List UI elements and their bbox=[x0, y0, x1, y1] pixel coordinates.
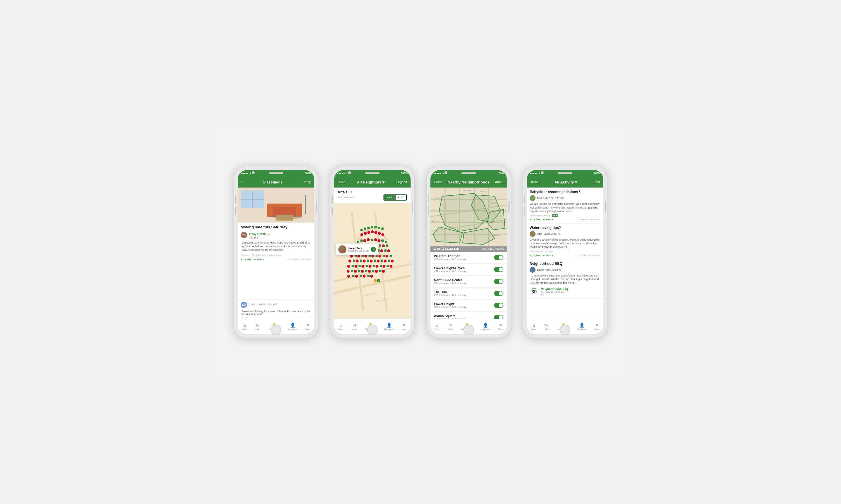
svg-rect-117 bbox=[367, 275, 370, 277]
svg-text:Post St: Post St bbox=[491, 202, 497, 204]
about-button-3[interactable]: About bbox=[495, 180, 503, 184]
tab-neighbors-4[interactable]: 👤 Neighbors bbox=[577, 323, 586, 330]
phone-home-button-3[interactable] bbox=[463, 325, 474, 335]
toggle-1[interactable] bbox=[494, 267, 503, 272]
phone-speaker-1 bbox=[269, 173, 283, 174]
svg-point-119 bbox=[374, 279, 377, 282]
tab-inbox-2[interactable]: ✉ Inbox bbox=[352, 323, 357, 330]
tab-neighbors-2[interactable]: 👤 Neighbors bbox=[384, 323, 394, 330]
phone-power-2 bbox=[412, 201, 413, 213]
header-title-4[interactable]: All Activity ▾ bbox=[554, 180, 577, 184]
event-attendees-2: ♦ 1 bbox=[541, 293, 568, 296]
home-icon-1: ⌂ bbox=[243, 323, 245, 327]
svg-point-92 bbox=[361, 265, 364, 268]
post-actions-0: ✦ THANK ↩ REPLY 1 THANK 3 REPLIES bbox=[530, 218, 600, 221]
reply-btn-1[interactable]: ↩ REPLY bbox=[543, 254, 553, 257]
tab-home-1[interactable]: ⌂ Home bbox=[242, 323, 247, 330]
phone-home-button-2[interactable] bbox=[367, 325, 378, 335]
reply-btn-0[interactable]: ↩ REPLY bbox=[543, 218, 553, 221]
signal-4: ●●●●● ✦ bbox=[530, 172, 541, 175]
map-btn-map-2[interactable]: MAP bbox=[384, 195, 395, 200]
tab-more-2[interactable]: ≡ More bbox=[402, 323, 407, 330]
phone-home-button-1[interactable] bbox=[271, 325, 281, 335]
toggle-5[interactable] bbox=[494, 315, 503, 319]
toggle-2[interactable] bbox=[494, 279, 503, 284]
invite-button-4[interactable]: Invite bbox=[530, 180, 538, 184]
tab-more-3[interactable]: ≡ More bbox=[498, 323, 503, 330]
svg-text:Pine St: Pine St bbox=[435, 197, 441, 199]
svg-point-101 bbox=[347, 270, 349, 273]
tab-home-4[interactable]: ⌂ Home bbox=[531, 323, 536, 330]
tab-neighbors-label-4: Neighbors bbox=[577, 328, 586, 330]
toggle-4[interactable] bbox=[494, 303, 503, 308]
user-name-1: Tracy Brook bbox=[249, 232, 266, 236]
tab-more-1[interactable]: ≡ More bbox=[306, 323, 310, 330]
popup-arrow-2[interactable]: › bbox=[371, 247, 376, 252]
svg-point-79 bbox=[363, 259, 366, 263]
map-btn-list-2[interactable]: LIST bbox=[395, 195, 407, 200]
post-body-2: It's been a while since our last neighbo… bbox=[530, 274, 600, 285]
phone-home-button-4[interactable] bbox=[560, 325, 570, 335]
neighborhood-item-4: Lower Haight 588 members · 0.3 mi away bbox=[430, 300, 507, 311]
back-button-1[interactable]: ‹ bbox=[241, 179, 243, 185]
invite-button-2[interactable]: Invite bbox=[338, 180, 345, 184]
phone-vol-up-4 bbox=[524, 195, 525, 203]
thank-btn-1[interactable]: ✦ THANK bbox=[241, 258, 252, 261]
svg-rect-91 bbox=[359, 265, 361, 267]
neighborhood-name-0: Western Addition bbox=[434, 254, 466, 258]
neighbors-icon-1: 👤 bbox=[290, 323, 295, 327]
neighborhood-item-3: The Hub 126 members · 0.3 mi away bbox=[430, 288, 507, 300]
tab-neighbors-3[interactable]: 👤 Neighbors bbox=[481, 323, 490, 330]
tab-inbox-4[interactable]: ✉ Inbox bbox=[545, 323, 550, 330]
new-badge-0: NEW bbox=[552, 214, 558, 217]
phone-screen-1: ●●●●● ✦ 9:41 AM 100% ‹ Classifieds Reply bbox=[238, 170, 314, 334]
tab-home-2[interactable]: ⌂ Home bbox=[338, 323, 344, 330]
comment-text-1: I have been looking for a new coffee tab… bbox=[241, 310, 311, 316]
comment-user-row-1: CC Cody Crawford, Alta Hill bbox=[241, 302, 311, 308]
post-button-4[interactable]: Post bbox=[594, 180, 600, 184]
phone-power-3 bbox=[509, 201, 510, 213]
post-actions-1: ✦ THANK ↩ REPLY 7 THANKS 8 REPLIES bbox=[530, 254, 600, 257]
room-illustration bbox=[238, 187, 314, 222]
legend-button-2[interactable]: Legend bbox=[396, 180, 407, 184]
phone-nearby: ●●●●● ✦ 9:41 AM 100% Close Nearby Neighb… bbox=[426, 166, 511, 338]
tab-more-label-2: More bbox=[402, 328, 407, 330]
header-title-2[interactable]: All Neighbors ▾ bbox=[357, 180, 384, 184]
tab-more-4[interactable]: ≡ More bbox=[595, 323, 599, 330]
svg-rect-74 bbox=[390, 255, 392, 257]
reply-action-btn-1[interactable]: ↩ REPLY bbox=[254, 258, 264, 261]
svg-point-10 bbox=[302, 192, 309, 195]
thank-btn-0[interactable]: ✦ THANK bbox=[530, 218, 540, 221]
popup-addr-2: 38035 Forest Dr NE bbox=[348, 250, 369, 252]
toggle-3[interactable] bbox=[494, 291, 503, 296]
neighborhood-list-3: Western Addition 235 members · 0.2 mi aw… bbox=[430, 252, 507, 319]
svg-point-11 bbox=[273, 214, 302, 220]
close-button-3[interactable]: Close bbox=[434, 180, 442, 184]
tab-inbox-label-2: Inbox bbox=[352, 328, 357, 330]
svg-rect-22 bbox=[371, 226, 373, 228]
tab-neighbors-1[interactable]: 👤 Neighbors bbox=[288, 323, 297, 330]
phone-camera-3 bbox=[444, 171, 447, 174]
inbox-icon-2: ✉ bbox=[353, 323, 356, 327]
svg-point-90 bbox=[355, 265, 357, 268]
user-row-1: TB Tracy Brook ✦1 Alta Hill bbox=[241, 231, 311, 239]
svg-rect-115 bbox=[360, 275, 362, 277]
thank-btn-1[interactable]: ✦ THANK bbox=[530, 254, 540, 257]
post-author-2: Derek Ross, Alta Hill bbox=[537, 268, 561, 271]
reply-button-1[interactable]: Reply bbox=[303, 180, 311, 184]
svg-rect-99 bbox=[387, 265, 389, 267]
action-row-1: ✦ THANK ↩ REPLY 9 THANKS 2 REPLIES bbox=[241, 258, 311, 261]
phone-screen-4: ●●●●● ✦ 9:41 AM 100% Invite All Activity… bbox=[527, 170, 603, 334]
phone-vol-down-1 bbox=[235, 207, 236, 215]
tab-home-3[interactable]: ⌂ Home bbox=[434, 323, 440, 330]
svg-point-83 bbox=[377, 259, 380, 263]
svg-rect-19 bbox=[360, 229, 363, 231]
tab-inbox-1[interactable]: ✉ Inbox bbox=[256, 323, 260, 330]
event-meta-2: Sat, May 30, 11:30 AM bbox=[541, 291, 568, 293]
phone-power-4 bbox=[605, 201, 606, 213]
svg-rect-78 bbox=[360, 259, 362, 262]
svg-rect-106 bbox=[365, 270, 367, 272]
tab-inbox-3[interactable]: ✉ Inbox bbox=[448, 323, 453, 330]
toggle-0[interactable] bbox=[494, 255, 503, 260]
svg-rect-72 bbox=[382, 255, 385, 257]
